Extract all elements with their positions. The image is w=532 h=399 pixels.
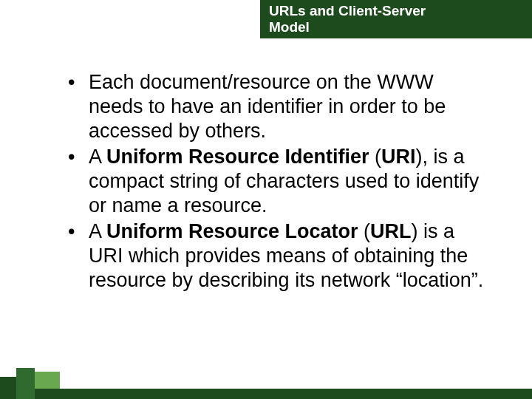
- slide-title-line1: URLs and Client-Server: [269, 3, 426, 18]
- bullet-item: A Uniform Resource Locator (URL) is a UR…: [65, 219, 486, 293]
- bottom-decoration: [0, 368, 532, 399]
- text-run: Uniform Resource Identifier: [106, 146, 369, 168]
- bullet-item: Each document/resource on the WWW needs …: [65, 70, 486, 143]
- deco-block-mid: [16, 368, 35, 399]
- text-run: Uniform Resource Locator: [106, 220, 358, 242]
- text-run: (: [369, 146, 382, 168]
- bullet-list: Each document/resource on the WWW needs …: [65, 70, 486, 293]
- text-run: URL: [370, 220, 412, 242]
- slide: URLs and Client-Server Model Each docume…: [0, 0, 532, 399]
- slide-title-line2: Model: [269, 19, 310, 35]
- text-run: Each document/resource on the WWW needs …: [89, 71, 446, 142]
- text-run: URI: [381, 146, 416, 168]
- bullet-item: A Uniform Resource Identifier (URI), is …: [65, 145, 486, 218]
- deco-block-dark: [0, 377, 56, 399]
- text-run: A: [89, 146, 106, 168]
- text-run: (: [358, 220, 371, 242]
- text-run: A: [89, 220, 106, 242]
- slide-title: URLs and Client-Server Model: [269, 3, 528, 35]
- slide-title-bar: URLs and Client-Server Model: [260, 0, 532, 38]
- deco-bar-base: [0, 389, 532, 399]
- deco-block-light: [35, 372, 60, 389]
- slide-body: Each document/resource on the WWW needs …: [65, 70, 486, 294]
